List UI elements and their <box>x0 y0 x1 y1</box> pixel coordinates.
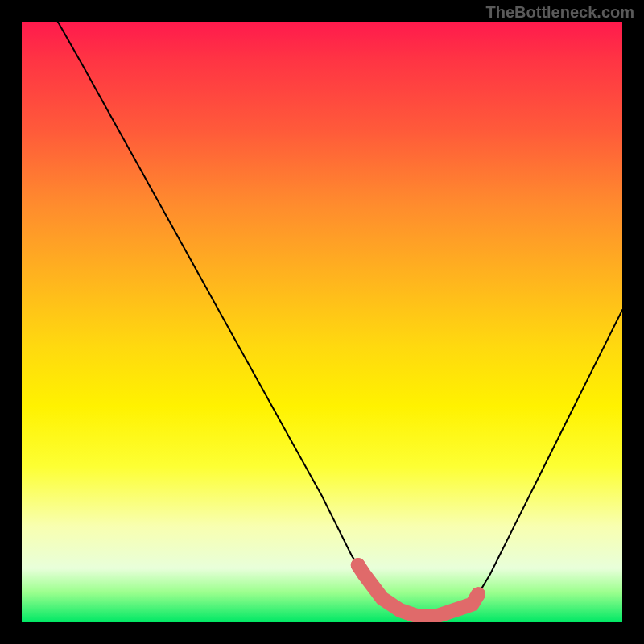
sweet-spot-band <box>358 565 478 616</box>
sweet-spot-dot-left <box>351 558 365 572</box>
watermark-text: TheBottleneck.com <box>486 3 634 22</box>
bottleneck-curve-line <box>58 22 622 617</box>
chart-svg <box>22 22 622 622</box>
sweet-spot-dot-right <box>471 587 485 601</box>
plot-area <box>22 22 622 622</box>
